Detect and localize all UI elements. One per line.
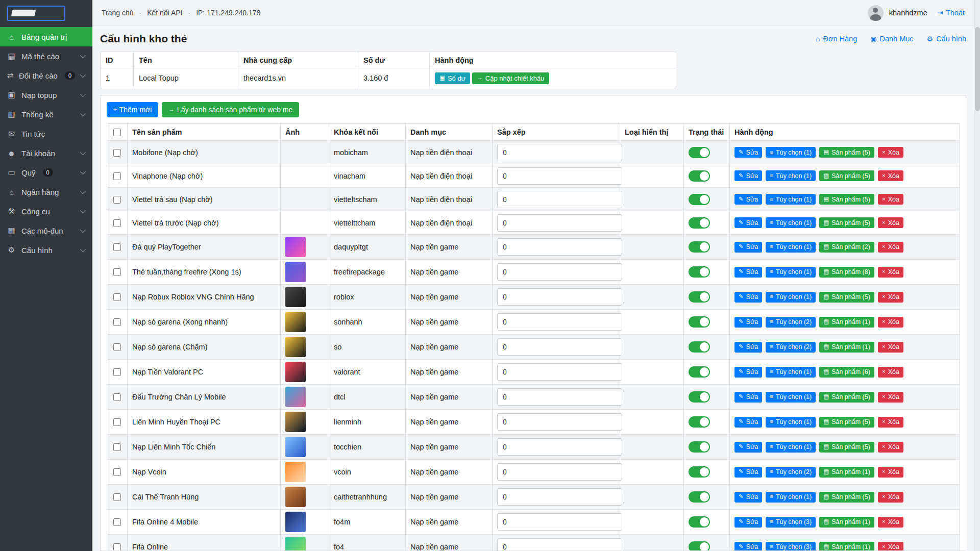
edit-button[interactable]: ✎ Sửa <box>734 367 762 378</box>
options-button[interactable]: ≡ Tùy chọn (2) <box>766 467 816 478</box>
sidebar-item[interactable]: ▥ Thống kê <box>0 105 92 124</box>
options-button[interactable]: ≡ Tùy chọn (1) <box>766 492 816 503</box>
breadcrumb-item[interactable]: Trang chủ <box>102 9 134 17</box>
edit-button[interactable]: ✎ Sửa <box>734 542 762 551</box>
products-button[interactable]: ▤ Sản phẩm (1) <box>819 467 874 478</box>
status-toggle[interactable] <box>689 194 710 205</box>
options-button[interactable]: ≡ Tùy chọn (2) <box>766 342 816 353</box>
options-button[interactable]: ≡ Tùy chọn (3) <box>766 517 816 528</box>
sort-input[interactable] <box>497 463 622 481</box>
delete-button[interactable]: × Xóa <box>878 217 903 228</box>
edit-button[interactable]: ✎ Sửa <box>734 267 762 278</box>
sort-input[interactable] <box>497 263 622 281</box>
sort-input[interactable] <box>497 363 622 381</box>
row-checkbox[interactable] <box>113 172 121 180</box>
row-checkbox[interactable] <box>113 149 121 157</box>
status-toggle[interactable] <box>689 147 710 158</box>
delete-button[interactable]: × Xóa <box>878 542 903 551</box>
balance-button[interactable]: ▣ Số dư <box>435 72 470 84</box>
delete-button[interactable]: × Xóa <box>878 467 903 478</box>
row-checkbox[interactable] <box>113 219 121 227</box>
edit-button[interactable]: ✎ Sửa <box>734 417 762 428</box>
scrollbar-thumb[interactable] <box>975 27 980 111</box>
delete-button[interactable]: × Xóa <box>878 442 903 453</box>
status-toggle[interactable] <box>689 217 710 229</box>
page-nav-link[interactable]: ⌂ Đơn Hàng <box>816 35 857 43</box>
products-button[interactable]: ▤ Sản phẩm (5) <box>819 170 874 181</box>
status-toggle[interactable] <box>689 516 710 528</box>
sort-input[interactable] <box>497 538 622 551</box>
sort-input[interactable] <box>497 388 622 406</box>
options-button[interactable]: ≡ Tùy chọn (1) <box>766 242 816 253</box>
sidebar-item[interactable]: ⌂ Bảng quản trị <box>0 27 92 46</box>
status-toggle[interactable] <box>689 341 710 353</box>
sort-input[interactable] <box>497 167 622 185</box>
row-checkbox[interactable] <box>113 268 121 276</box>
sidebar-item[interactable]: ⚒ Công cụ <box>0 202 92 221</box>
products-button[interactable]: ▤ Sản phẩm (5) <box>819 292 874 303</box>
page-nav-link[interactable]: ⚙ Cấu hình <box>927 35 966 43</box>
sidebar-item[interactable]: ✉ Tin tức <box>0 124 92 143</box>
sidebar-item[interactable]: ▣ Nạp topup <box>0 85 92 105</box>
sidebar-item[interactable]: ⇄ Đổi thẻ cào 0 <box>0 66 92 85</box>
options-button[interactable]: ≡ Tùy chọn (1) <box>766 194 816 205</box>
row-checkbox[interactable] <box>113 468 121 476</box>
status-toggle[interactable] <box>689 391 710 403</box>
edit-button[interactable]: ✎ Sửa <box>734 170 762 181</box>
sort-input[interactable] <box>497 313 622 331</box>
update-discount-button[interactable]: → Cập nhật chiết khấu <box>472 72 549 84</box>
products-button[interactable]: ▤ Sản phẩm (5) <box>819 442 874 453</box>
breadcrumb-item[interactable]: Kết nối API <box>134 9 183 17</box>
sidebar-item[interactable]: ☻ Tài khoản <box>0 143 92 163</box>
delete-button[interactable]: × Xóa <box>878 194 903 205</box>
add-new-button[interactable]: + Thêm mới <box>107 102 158 117</box>
row-checkbox[interactable] <box>113 443 121 451</box>
breadcrumb-item[interactable]: IP: 171.249.240.178 <box>182 9 260 17</box>
products-button[interactable]: ▤ Sản phẩm (5) <box>819 392 874 403</box>
edit-button[interactable]: ✎ Sửa <box>734 292 762 303</box>
products-button[interactable]: ▤ Sản phẩm (5) <box>819 194 874 205</box>
options-button[interactable]: ≡ Tùy chọn (3) <box>766 542 816 551</box>
options-button[interactable]: ≡ Tùy chọn (1) <box>766 442 816 453</box>
products-button[interactable]: ▤ Sản phẩm (8) <box>819 267 874 278</box>
status-toggle[interactable] <box>689 491 710 503</box>
sort-input[interactable] <box>497 238 622 256</box>
delete-button[interactable]: × Xóa <box>878 392 903 403</box>
logo[interactable] <box>7 6 65 21</box>
products-button[interactable]: ▤ Sản phẩm (6) <box>819 367 874 378</box>
row-checkbox[interactable] <box>113 393 121 401</box>
window-scrollbar[interactable] <box>974 0 980 551</box>
logout-button[interactable]: ⇥ Thoát <box>937 9 965 17</box>
edit-button[interactable]: ✎ Sửa <box>734 147 762 158</box>
edit-button[interactable]: ✎ Sửa <box>734 492 762 503</box>
row-checkbox[interactable] <box>113 368 121 376</box>
row-checkbox[interactable] <box>113 543 121 551</box>
options-button[interactable]: ≡ Tùy chọn (1) <box>766 292 816 303</box>
options-button[interactable]: ≡ Tùy chọn (1) <box>766 417 816 428</box>
sort-input[interactable] <box>497 214 622 232</box>
row-checkbox[interactable] <box>113 243 121 251</box>
row-checkbox[interactable] <box>113 293 121 301</box>
options-button[interactable]: ≡ Tùy chọn (1) <box>766 267 816 278</box>
edit-button[interactable]: ✎ Sửa <box>734 442 762 453</box>
options-button[interactable]: ≡ Tùy chọn (1) <box>766 217 816 228</box>
edit-button[interactable]: ✎ Sửa <box>734 317 762 328</box>
options-button[interactable]: ≡ Tùy chọn (1) <box>766 170 816 181</box>
delete-button[interactable]: × Xóa <box>878 517 903 528</box>
delete-button[interactable]: × Xóa <box>878 292 903 303</box>
sidebar-item[interactable]: ▦ Các mô-đun <box>0 221 92 240</box>
delete-button[interactable]: × Xóa <box>878 147 903 158</box>
row-checkbox[interactable] <box>113 343 121 351</box>
sort-input[interactable] <box>497 288 622 306</box>
sort-input[interactable] <box>497 191 622 208</box>
status-toggle[interactable] <box>689 316 710 328</box>
edit-button[interactable]: ✎ Sửa <box>734 217 762 228</box>
fetch-products-button[interactable]: → Lấy danh sách sản phẩm từ web mẹ <box>162 102 299 117</box>
status-toggle[interactable] <box>689 241 710 253</box>
sort-input[interactable] <box>497 338 622 356</box>
status-toggle[interactable] <box>689 416 710 428</box>
options-button[interactable]: ≡ Tùy chọn (1) <box>766 392 816 403</box>
status-toggle[interactable] <box>689 170 710 182</box>
delete-button[interactable]: × Xóa <box>878 367 903 378</box>
delete-button[interactable]: × Xóa <box>878 317 903 328</box>
